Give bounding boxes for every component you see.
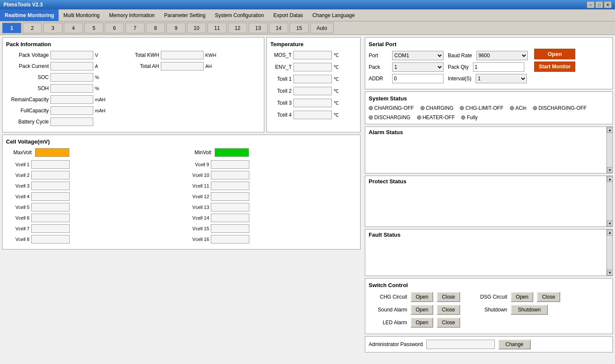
tcell3-input[interactable] [293, 99, 332, 107]
baud-rate-select[interactable]: 9600 [476, 51, 528, 60]
vcell13-input[interactable] [211, 203, 249, 211]
num-tab-3[interactable]: 3 [43, 23, 62, 33]
tab-multi-monitoring[interactable]: Multi Monitoring [59, 9, 104, 21]
vcell11-label: Vcell 11 [186, 183, 209, 188]
vcell11-input[interactable] [211, 182, 249, 190]
switch-control-section: Switch Control CHG Circuit Open Close So… [365, 278, 613, 334]
tcell3-unit: ℃ [334, 100, 339, 106]
tab-change-language[interactable]: Change Language [308, 9, 360, 21]
vcell9-row: Vcell 9 [186, 160, 357, 169]
tab-parameter-setting[interactable]: Parameter Setting [160, 9, 210, 21]
admin-password-input[interactable] [426, 340, 495, 349]
vcell12-input[interactable] [211, 192, 249, 201]
num-tab-5[interactable]: 5 [84, 23, 103, 33]
close-button[interactable]: ✕ [604, 1, 612, 8]
alarm-scroll-down[interactable]: ▼ [607, 167, 613, 173]
vcell6-input[interactable] [31, 214, 70, 222]
tab-realtime-monitoring[interactable]: Realtime Monitoring [0, 9, 59, 21]
pack-voltage-input[interactable] [50, 51, 93, 59]
vcell2-input[interactable] [31, 171, 70, 179]
remain-cap-input[interactable] [50, 95, 93, 104]
most-input[interactable] [293, 51, 332, 59]
sound-open-button[interactable]: Open [411, 305, 433, 315]
pack-current-input[interactable] [50, 62, 93, 70]
num-tab-4[interactable]: 4 [64, 23, 83, 33]
vcell9-input[interactable] [211, 160, 249, 169]
vcell15-input[interactable] [211, 224, 249, 233]
total-ah-input[interactable] [161, 62, 204, 70]
alarm-scroll-up[interactable]: ▲ [607, 127, 613, 133]
tab-export-datas[interactable]: Export Datas [269, 9, 308, 21]
alarm-status-panel: Alarm Status ▲ ▼ [365, 126, 613, 173]
num-tab-10[interactable]: 10 [187, 23, 206, 33]
minimize-button[interactable]: ─ [587, 1, 594, 8]
num-tab-8[interactable]: 8 [146, 23, 165, 33]
port-select[interactable]: COM1 [392, 51, 444, 60]
pack-qty-input[interactable] [473, 62, 524, 72]
num-tab-auto[interactable]: Auto [310, 23, 334, 33]
sound-close-button[interactable]: Close [437, 305, 460, 315]
chg-open-button[interactable]: Open [411, 292, 433, 302]
num-tab-11[interactable]: 11 [207, 23, 227, 33]
maximize-button[interactable]: □ [595, 1, 603, 8]
vcell8-input[interactable] [31, 235, 70, 244]
cell-voltage-title: Cell Voltage(mV) [6, 138, 357, 145]
status-discharging: DISCHARGING [369, 114, 411, 120]
soh-input[interactable] [50, 84, 93, 93]
soc-input[interactable] [50, 73, 93, 82]
tab-memory-information[interactable]: Memory Information [104, 9, 160, 21]
total-kwh-input[interactable] [161, 51, 204, 59]
vcell1-label: Vcell 1 [6, 162, 30, 167]
vcell14-input[interactable] [211, 214, 249, 222]
change-button[interactable]: Change [498, 339, 531, 349]
charging-dot [420, 106, 425, 110]
full-cap-input[interactable] [50, 106, 93, 115]
tcell4-input[interactable] [293, 111, 332, 119]
protect-scroll-up[interactable]: ▲ [607, 176, 613, 182]
shutdown-button[interactable]: Shutdown [511, 305, 548, 315]
vcell3-input[interactable] [31, 182, 70, 190]
num-tab-1[interactable]: 1 [2, 23, 21, 33]
tab-system-configuration[interactable]: System Configuration [210, 9, 269, 21]
led-close-button[interactable]: Close [437, 317, 460, 328]
cell-col-left: MaxVolt Vcell 1 Vcell 2 Vcell 3 [6, 148, 177, 246]
num-tab-9[interactable]: 9 [166, 23, 186, 33]
chg-close-button[interactable]: Close [437, 292, 460, 302]
battery-cycle-input[interactable] [50, 117, 93, 126]
pack-select[interactable]: 1 [392, 62, 444, 72]
protect-scrollbar[interactable]: ▲ ▼ [606, 176, 612, 226]
interval-select[interactable]: 1 [476, 74, 527, 83]
pack-label: Pack [369, 64, 388, 70]
vcell5-input[interactable] [31, 203, 70, 211]
vcell16-input[interactable] [211, 235, 249, 244]
vcell4-row: Vcell 4 [6, 192, 177, 201]
tcell1-input[interactable] [293, 75, 332, 83]
vcell4-input[interactable] [31, 192, 70, 201]
dsg-close-button[interactable]: Close [537, 292, 560, 302]
led-open-button[interactable]: Open [411, 317, 433, 328]
fault-scrollbar[interactable]: ▲ ▼ [606, 229, 612, 276]
protect-scroll-down[interactable]: ▼ [607, 220, 613, 226]
addr-input[interactable] [392, 74, 444, 83]
alarm-scrollbar[interactable]: ▲ ▼ [606, 127, 612, 173]
serial-pack-row: Pack 1 Pack Qty [369, 62, 528, 72]
num-tab-14[interactable]: 14 [269, 23, 288, 33]
num-tab-15[interactable]: 15 [290, 23, 309, 33]
num-tab-13[interactable]: 13 [248, 23, 268, 33]
tcell2-input[interactable] [293, 87, 332, 95]
fault-scroll-down[interactable]: ▼ [607, 270, 613, 276]
dsg-open-button[interactable]: Open [511, 292, 533, 302]
vcell1-input[interactable] [31, 160, 70, 169]
vcell8-row: Vcell 8 [6, 235, 177, 244]
num-tab-2[interactable]: 2 [23, 23, 42, 33]
start-monitor-button[interactable]: Start Monitor [534, 62, 576, 72]
fault-scroll-up[interactable]: ▲ [607, 229, 613, 235]
open-button[interactable]: Open [534, 49, 576, 59]
vcell7-input[interactable] [31, 224, 70, 233]
vcell10-input[interactable] [211, 171, 249, 179]
num-tab-6[interactable]: 6 [105, 23, 124, 33]
envt-input[interactable] [293, 63, 332, 71]
num-tab-12[interactable]: 12 [228, 23, 247, 33]
full-cap-label: FullCapacity [6, 108, 49, 114]
num-tab-7[interactable]: 7 [125, 23, 145, 33]
